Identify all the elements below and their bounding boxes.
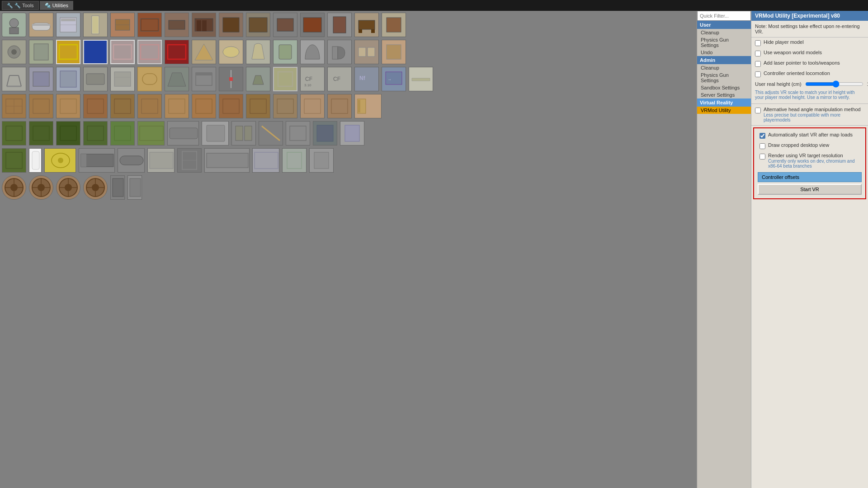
checkbox-alt-head-angle[interactable] xyxy=(755,108,761,113)
list-item[interactable] xyxy=(2,13,26,37)
list-item[interactable] xyxy=(83,13,108,37)
list-item[interactable] xyxy=(300,94,325,118)
sidebar-item-vrmod-utility[interactable]: VRMod Utility xyxy=(697,107,751,114)
list-item[interactable] xyxy=(165,67,189,91)
list-item[interactable] xyxy=(219,13,243,37)
list-item[interactable] xyxy=(29,148,42,173)
list-item[interactable] xyxy=(56,67,80,91)
list-item[interactable] xyxy=(127,175,142,200)
list-item[interactable] xyxy=(56,94,80,118)
list-item[interactable] xyxy=(110,13,135,37)
list-item[interactable] xyxy=(2,148,26,173)
list-item[interactable] xyxy=(382,13,406,37)
sidebar-section-user[interactable]: User xyxy=(697,21,751,29)
list-item[interactable] xyxy=(29,40,53,64)
list-item[interactable] xyxy=(2,175,26,200)
list-item[interactable] xyxy=(192,94,216,118)
list-item[interactable] xyxy=(409,67,433,91)
list-item[interactable] xyxy=(2,121,26,145)
list-item[interactable] xyxy=(354,40,379,64)
list-item[interactable] xyxy=(327,40,352,64)
list-item[interactable] xyxy=(192,40,216,64)
sidebar-section-admin[interactable]: Admin xyxy=(697,56,751,64)
list-item[interactable] xyxy=(273,67,297,91)
list-item[interactable] xyxy=(354,13,379,37)
sidebar-item-undo[interactable]: Undo xyxy=(697,49,751,56)
list-item[interactable] xyxy=(137,13,162,37)
checkbox-weapon-world-models[interactable] xyxy=(755,51,761,56)
list-item[interactable] xyxy=(354,94,382,118)
list-item[interactable] xyxy=(56,175,80,200)
checkbox-draw-cropped[interactable] xyxy=(760,143,765,149)
list-item[interactable] xyxy=(192,13,216,37)
list-item[interactable] xyxy=(137,40,162,64)
checkbox-render-vr-resolution[interactable] xyxy=(760,154,765,160)
list-item[interactable] xyxy=(252,148,279,173)
quick-filter-input[interactable] xyxy=(697,11,751,21)
controller-offsets-button[interactable]: Controller offsets xyxy=(758,172,862,182)
checkbox-hide-player-model[interactable] xyxy=(755,40,761,46)
list-item[interactable] xyxy=(29,175,53,200)
checkbox-auto-start-vr[interactable] xyxy=(760,133,765,139)
list-item[interactable] xyxy=(29,13,53,37)
utilities-tab[interactable]: 🔩 Utilities xyxy=(40,1,74,10)
list-item[interactable] xyxy=(137,121,165,145)
list-item[interactable] xyxy=(83,94,108,118)
list-item[interactable] xyxy=(219,67,243,91)
list-item[interactable] xyxy=(29,94,53,118)
list-item[interactable] xyxy=(137,67,162,91)
list-item[interactable] xyxy=(273,94,297,118)
list-item[interactable]: CF xyxy=(327,67,352,91)
sidebar-item-sandbox-settings[interactable]: Sandbox Settings xyxy=(697,84,751,91)
list-item[interactable] xyxy=(29,67,53,91)
list-item[interactable] xyxy=(165,94,189,118)
list-item[interactable] xyxy=(2,67,26,91)
list-item[interactable] xyxy=(56,121,80,145)
list-item[interactable] xyxy=(137,94,162,118)
list-item[interactable] xyxy=(382,40,406,64)
sidebar-item-physics-gun-user[interactable]: Physics Gun Settings xyxy=(697,36,751,49)
list-item[interactable] xyxy=(246,67,270,91)
list-item[interactable] xyxy=(309,148,334,173)
list-item[interactable] xyxy=(83,67,108,91)
list-item[interactable] xyxy=(110,175,125,200)
sidebar-section-vr[interactable]: Virtual Reality xyxy=(697,99,751,107)
list-item[interactable] xyxy=(2,40,26,64)
sidebar-item-cleanup-user[interactable]: Cleanup xyxy=(697,29,751,36)
list-item[interactable] xyxy=(83,121,108,145)
list-item[interactable] xyxy=(300,40,325,64)
list-item[interactable] xyxy=(282,148,307,173)
list-item[interactable] xyxy=(177,148,202,173)
height-slider[interactable] xyxy=(805,81,863,87)
list-item[interactable] xyxy=(219,94,243,118)
list-item[interactable] xyxy=(83,175,108,200)
list-item[interactable]: CF3.10 xyxy=(300,67,325,91)
list-item[interactable] xyxy=(246,40,270,64)
list-item[interactable] xyxy=(202,121,229,145)
list-item[interactable] xyxy=(110,67,135,91)
list-item[interactable] xyxy=(204,148,250,173)
list-item[interactable] xyxy=(2,94,26,118)
list-item[interactable] xyxy=(327,94,352,118)
list-item[interactable] xyxy=(118,148,145,173)
list-item[interactable] xyxy=(259,121,283,145)
list-item[interactable] xyxy=(327,13,352,37)
list-item[interactable] xyxy=(79,148,115,173)
list-item[interactable] xyxy=(56,40,80,64)
checkbox-laser-pointer[interactable] xyxy=(755,61,761,67)
list-item[interactable] xyxy=(340,121,364,145)
list-item[interactable] xyxy=(165,40,189,64)
list-item[interactable] xyxy=(246,94,270,118)
checkbox-controller-locomotion[interactable] xyxy=(755,71,761,77)
list-item[interactable] xyxy=(273,13,297,37)
start-vr-button[interactable]: Start VR xyxy=(758,184,862,195)
list-item[interactable] xyxy=(246,13,270,37)
sidebar-item-server-settings[interactable]: Server Settings xyxy=(697,91,751,99)
list-item[interactable] xyxy=(110,94,135,118)
sidebar-item-physics-gun-admin[interactable]: Physics Gun Settings xyxy=(697,71,751,84)
list-item[interactable] xyxy=(167,121,199,145)
list-item[interactable] xyxy=(56,13,80,37)
list-item[interactable] xyxy=(110,40,135,64)
list-item[interactable] xyxy=(147,148,175,173)
list-item[interactable] xyxy=(165,13,189,37)
